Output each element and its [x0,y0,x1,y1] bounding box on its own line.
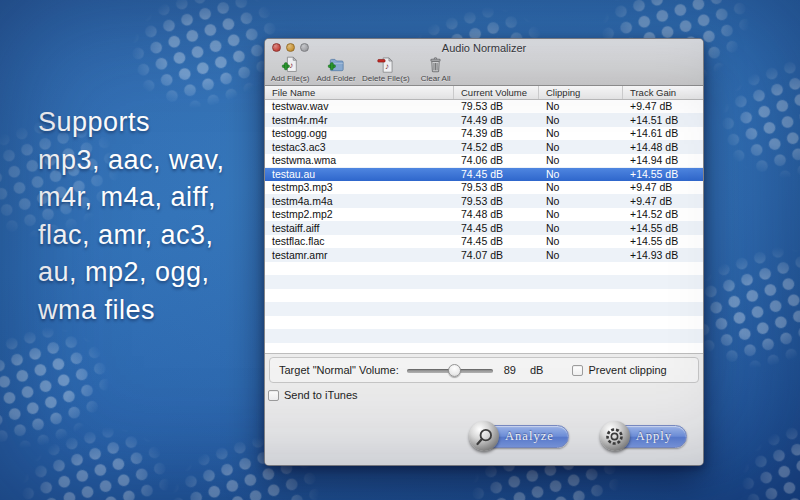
table-row[interactable]: testm4r.m4r74.49 dBNo+14.51 dB [265,114,703,128]
table-cell-clipping: No [539,141,623,155]
svg-text:♪: ♪ [385,61,389,71]
table-cell-clipping: No [539,222,623,236]
caption-line: flac, amr, ac3, [38,217,225,255]
table-cell-file: testaiff.aiff [265,222,454,236]
add-file-icon: ♪ [281,56,300,73]
table-cell-volume: 79.53 dB [454,100,539,114]
zoom-button[interactable] [300,43,309,52]
table-cell-file: testm4a.m4a [265,195,454,209]
caption-line: Supports [38,104,225,142]
add-folder-icon [327,56,346,73]
table-header: File Name Current Volume Clipping Track … [265,86,703,100]
apply-button[interactable]: Apply [600,421,687,451]
table-cell-file: testau.au [265,168,454,182]
table-row[interactable]: testau.au74.45 dBNo+14.55 dB [265,168,703,182]
table-cell-gain: +14.52 dB [623,208,703,222]
table-cell-gain: +14.93 dB [623,249,703,263]
window-titlebar[interactable]: Audio Normalizer [265,39,703,57]
table-cell-file: testwma.wma [265,154,454,168]
table-row[interactable]: testac3.ac374.52 dBNo+14.48 dB [265,141,703,155]
magnifier-icon [469,421,499,451]
table-cell-gain: +14.55 dB [623,235,703,249]
close-button[interactable] [272,43,281,52]
add-files-button[interactable]: ♪ Add File(s) [270,56,310,83]
add-folder-button[interactable]: Add Folder [316,56,356,83]
table-cell-volume: 74.07 dB [454,249,539,263]
table-cell-gain: +14.48 dB [623,141,703,155]
file-table-body[interactable]: testwav.wav79.53 dBNo+9.47 dBtestm4r.m4r… [265,100,703,353]
caption-line: mp3, aac, wav, [38,142,225,180]
table-cell-volume: 74.06 dB [454,154,539,168]
table-cell-gain: +14.61 dB [623,127,703,141]
window-title: Audio Normalizer [265,39,703,57]
target-volume-label: Target "Normal" Volume: [279,364,399,376]
slider-knob[interactable] [448,364,461,377]
table-row[interactable]: testamr.amr74.07 dBNo+14.93 dB [265,249,703,263]
column-header-file-name[interactable]: File Name [265,86,454,99]
column-header-current-volume[interactable]: Current Volume [454,86,539,99]
toolbar: ♪ Add File(s) [265,57,703,85]
table-row[interactable]: testwma.wma74.06 dBNo+14.94 dB [265,154,703,168]
table-row[interactable]: testogg.ogg74.39 dBNo+14.61 dB [265,127,703,141]
table-cell-clipping: No [539,114,623,128]
bottom-panel: Target "Normal" Volume: 89 dB Prevent cl… [265,353,703,466]
caption-line: m4r, m4a, aiff, [38,179,225,217]
table-cell-clipping: No [539,208,623,222]
table-row[interactable]: testm4a.m4a79.53 dBNo+9.47 dB [265,195,703,209]
toolbar-label: Add File(s) [271,74,310,83]
target-volume-group: Target "Normal" Volume: 89 dB Prevent cl… [269,357,699,383]
table-row[interactable]: testmp3.mp379.53 dBNo+9.47 dB [265,181,703,195]
table-cell-volume: 74.39 dB [454,127,539,141]
table-cell-volume: 79.53 dB [454,181,539,195]
clear-all-button[interactable]: Clear All [416,56,456,83]
send-to-itunes-option[interactable]: Send to iTunes [268,389,703,401]
table-row[interactable]: testwav.wav79.53 dBNo+9.47 dB [265,100,703,114]
table-row[interactable]: testflac.flac74.45 dBNo+14.55 dB [265,235,703,249]
table-cell-gain: +9.47 dB [623,195,703,209]
table-row[interactable]: testaiff.aiff74.45 dBNo+14.55 dB [265,222,703,236]
table-cell-file: testmp2.mp2 [265,208,454,222]
column-header-track-gain[interactable]: Track Gain [623,86,703,99]
table-cell-gain: +14.94 dB [623,154,703,168]
action-buttons: Analyze Apply [469,421,687,451]
table-cell-clipping: No [539,181,623,195]
table-cell-clipping: No [539,235,623,249]
prevent-clipping-option[interactable]: Prevent clipping [572,364,666,376]
table-cell-gain: +14.55 dB [623,222,703,236]
analyze-button[interactable]: Analyze [469,421,569,451]
table-cell-file: testm4r.m4r [265,114,454,128]
table-row[interactable]: testmp2.mp274.48 dBNo+14.52 dB [265,208,703,222]
delete-file-icon: ♪ [376,56,395,73]
table-cell-file: testwav.wav [265,100,454,114]
minimize-button[interactable] [286,43,295,52]
toolbar-label: Clear All [421,74,451,83]
table-cell-gain: +14.55 dB [623,168,703,182]
target-volume-unit: dB [530,364,543,376]
table-cell-volume: 74.45 dB [454,168,539,182]
column-header-clipping[interactable]: Clipping [539,86,623,99]
supports-caption: Supports mp3, aac, wav, m4r, m4a, aiff, … [38,104,225,329]
table-cell-clipping: No [539,100,623,114]
send-to-itunes-checkbox[interactable] [268,390,279,401]
table-cell-clipping: No [539,127,623,141]
caption-line: wma files [38,292,225,330]
prevent-clipping-checkbox[interactable] [572,365,583,376]
table-cell-volume: 74.45 dB [454,222,539,236]
table-cell-volume: 79.53 dB [454,195,539,209]
table-cell-gain: +9.47 dB [623,181,703,195]
desktop-background: Supports mp3, aac, wav, m4r, m4a, aiff, … [0,0,800,500]
table-cell-file: testogg.ogg [265,127,454,141]
toolbar-label: Add Folder [316,74,355,83]
caption-line: au, mp2, ogg, [38,254,225,292]
gear-icon [600,421,630,451]
trash-icon [426,56,445,73]
table-cell-file: testflac.flac [265,235,454,249]
dot-pattern [726,400,800,500]
table-cell-file: testac3.ac3 [265,141,454,155]
target-volume-value: 89 [504,364,516,376]
table-cell-gain: +14.51 dB [623,114,703,128]
prevent-clipping-label: Prevent clipping [588,364,666,376]
delete-files-button[interactable]: ♪ Delete File(s) [362,56,410,83]
target-volume-slider[interactable] [407,364,493,377]
table-cell-volume: 74.48 dB [454,208,539,222]
